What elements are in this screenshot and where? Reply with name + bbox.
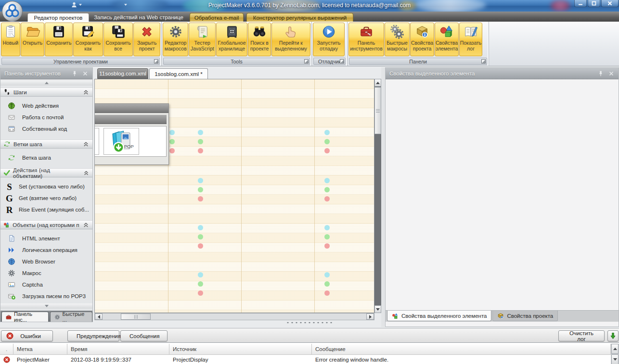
warnings-filter-button[interactable]: Предупреждения [67, 330, 119, 341]
toolbox-item-web-browser[interactable]: Web Browser [0, 256, 92, 267]
scroll-up-button[interactable] [374, 79, 381, 87]
project-search-button[interactable]: Поиск в проекте [248, 23, 271, 56]
connector-dot[interactable] [324, 196, 330, 201]
log-column-time[interactable]: Время [67, 344, 169, 355]
toolbox-item-web-actions[interactable]: Web действия [0, 100, 92, 112]
toolbox-flyout-window[interactable]: POP [94, 103, 169, 165]
connector-dot[interactable] [324, 272, 330, 277]
scroll-log-down-button[interactable] [607, 330, 619, 341]
connector-dot[interactable] [169, 130, 175, 135]
panel-splitter[interactable] [381, 67, 385, 327]
close-button[interactable] [601, 0, 619, 7]
javascript-tester-button[interactable]: Тестер JavaScript [189, 23, 215, 56]
toolbox-item-logic-operation[interactable]: Логическая операция [0, 244, 92, 256]
log-column-label[interactable]: Метка [13, 344, 67, 355]
connector-dot[interactable] [198, 290, 203, 296]
connector-dot[interactable] [324, 281, 330, 287]
toolbox-item-get[interactable]: GGet (взятие чего либо) [0, 192, 92, 204]
scroll-down-button[interactable] [374, 305, 381, 313]
collapse-icon[interactable] [83, 169, 90, 176]
scroll-down-button[interactable] [611, 354, 619, 364]
connector-dot[interactable] [324, 178, 330, 183]
macro-editor-button[interactable]: Редактор макросов [163, 23, 188, 56]
flyout-title-bar[interactable] [94, 104, 168, 113]
maximize-button[interactable] [588, 0, 600, 7]
connector-dot[interactable] [198, 178, 203, 183]
flyout-inner-title-bar[interactable] [94, 115, 167, 124]
toolbox-panel-button[interactable]: Панель инструментов [348, 23, 384, 56]
dialog-launcher-icon[interactable] [304, 59, 309, 63]
tab-web-recording[interactable]: Запись действий на Web странице [91, 13, 186, 22]
log-column-message[interactable]: Сообщение [312, 344, 611, 355]
log-scrollbar[interactable] [611, 344, 619, 364]
toolbox-item-custom-code[interactable]: Собственный код [0, 123, 92, 135]
dialog-launcher-icon[interactable] [154, 59, 158, 63]
connector-dot[interactable] [324, 225, 330, 230]
save-button[interactable]: Сохранить [45, 23, 73, 56]
customize-quick-access-icon[interactable] [124, 4, 127, 7]
toolbox-item-pop3-download[interactable]: Загрузка писем по POP3 [0, 290, 92, 302]
quick-access-toolbar[interactable] [71, 1, 127, 8]
collapse-icon[interactable] [82, 221, 90, 228]
flyout-item-partial[interactable] [94, 128, 99, 155]
tab-element-properties[interactable]: Свойства выделенного элемента [387, 311, 491, 321]
connector-dot[interactable] [324, 243, 330, 249]
chevron-down-icon[interactable] [79, 4, 82, 7]
tab-regex-builder[interactable]: Конструктор регулярных выражений [246, 13, 353, 22]
close-icon[interactable] [82, 70, 89, 77]
toolbox-item-mail[interactable]: Работа с почтой [0, 112, 92, 123]
goto-selected-button[interactable]: Перейти к выделенному [271, 23, 310, 56]
collapse-icon[interactable] [82, 88, 90, 96]
flowchart-canvas[interactable]: POP [94, 79, 374, 313]
toolbox-item-step-branch[interactable]: Ветка шага [0, 152, 92, 163]
connector-dot[interactable] [324, 187, 330, 192]
global-storage-button[interactable]: Глобальное хранилище [216, 23, 247, 56]
connector-dot[interactable] [324, 234, 330, 239]
connector-dot[interactable] [198, 243, 203, 249]
connector-dot[interactable] [198, 148, 203, 153]
run-debug-button[interactable]: Запустить отладку [313, 23, 345, 56]
tab-email-processing[interactable]: Обработка e-mail [190, 13, 244, 22]
toolbox-item-rise-event[interactable]: RRise Event (эмуляция соб... [0, 204, 92, 215]
scrollbar-thumb[interactable] [121, 314, 151, 320]
errors-filter-button[interactable]: Ошибки [1, 330, 53, 341]
scrollbar-thumb[interactable] [374, 87, 381, 134]
minimize-button[interactable] [574, 0, 587, 7]
pin-icon[interactable] [71, 70, 78, 77]
pin-icon[interactable] [597, 70, 604, 77]
scroll-up-strip[interactable] [0, 80, 92, 86]
connector-dot[interactable] [198, 281, 203, 287]
section-header-steps[interactable]: Шаги [0, 88, 92, 97]
log-column-source[interactable]: Источник [169, 344, 312, 355]
close-icon[interactable] [608, 70, 615, 77]
scroll-down-strip[interactable] [0, 303, 92, 309]
dialog-launcher-icon[interactable] [481, 59, 486, 63]
scroll-right-button[interactable] [366, 314, 374, 320]
new-button[interactable]: Новый [1, 23, 20, 56]
connector-dot[interactable] [198, 225, 203, 230]
collapse-icon[interactable] [82, 140, 90, 148]
section-header-objects[interactable]: Объекты (над которыми прои [0, 220, 92, 229]
connector-dot[interactable] [198, 187, 203, 192]
close-project-button[interactable]: Закрыть проект [133, 23, 160, 56]
scroll-left-button[interactable] [95, 314, 103, 320]
dialog-launcher-icon[interactable] [340, 59, 344, 63]
section-header-actions[interactable]: Действия (над объектами) [0, 168, 92, 177]
connector-dot[interactable] [324, 290, 330, 296]
clear-log-button[interactable]: Очистить лог [558, 330, 605, 341]
tab-toolbox-panel[interactable]: Панель инс... [1, 312, 49, 322]
toolbox-item-set[interactable]: SSet (установка чего либо) [0, 181, 92, 192]
open-button[interactable]: Открыть [21, 23, 45, 56]
splitter-grip[interactable] [287, 321, 332, 324]
tab-project-properties[interactable]: Свойства проекта [492, 311, 558, 321]
connector-dot[interactable] [198, 139, 203, 144]
connector-dot[interactable] [198, 130, 203, 135]
quick-macros-button[interactable]: Быстрые макросы [385, 23, 410, 56]
connector-dot[interactable] [169, 148, 175, 153]
flyout-item-pop3[interactable]: POP [103, 128, 139, 155]
toolbox-item-macro[interactable]: Макрос [0, 267, 92, 279]
tab-project-editor[interactable]: Редактор проектов [27, 13, 89, 22]
connector-dot[interactable] [198, 272, 203, 277]
document-tab-1sosblog-active[interactable]: 1sosblog.com.xml * [149, 68, 208, 79]
connector-dot[interactable] [324, 130, 330, 135]
